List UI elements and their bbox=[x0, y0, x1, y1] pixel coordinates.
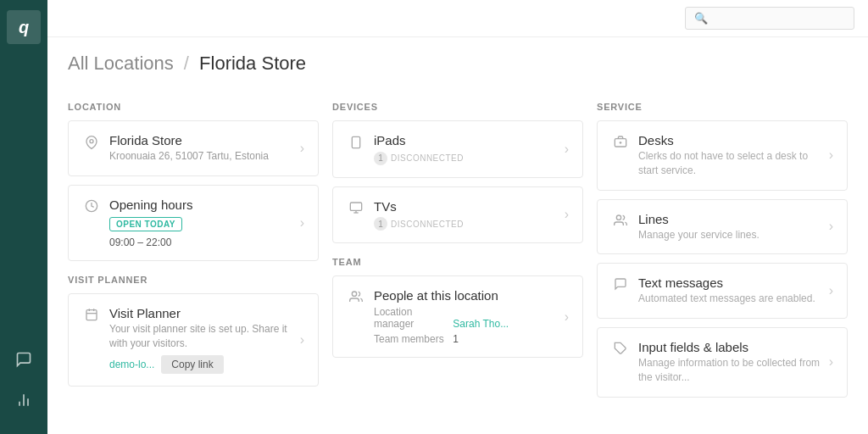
team-members-value: 1 bbox=[453, 333, 459, 345]
florida-store-content: Florida Store Kroonuaia 26, 51007 Tartu,… bbox=[109, 133, 292, 164]
breadcrumb: All Locations / Florida Store bbox=[68, 53, 848, 75]
opening-hours-title: Opening hours bbox=[109, 198, 292, 212]
sidebar-chart-icon[interactable] bbox=[7, 383, 41, 417]
sections-container: LOCATION Florida Store Kroonuaia 26, 510… bbox=[47, 88, 868, 426]
tv-icon bbox=[347, 201, 365, 219]
ipads-status: 1 DISCONNECTED bbox=[374, 152, 464, 165]
florida-store-title: Florida Store bbox=[109, 133, 292, 147]
ipads-content: iPads 1 DISCONNECTED bbox=[374, 133, 556, 165]
text-messages-icon bbox=[611, 277, 630, 295]
location-section: LOCATION Florida Store Kroonuaia 26, 510… bbox=[68, 88, 319, 406]
people-location-content: People at this location Location manager… bbox=[374, 288, 556, 345]
visit-planner-content: Visit Planner Your visit planner site is… bbox=[109, 306, 292, 375]
text-messages-desc: Automated text messages are enabled. bbox=[638, 292, 821, 306]
search-input[interactable] bbox=[685, 7, 854, 30]
visit-planner-label: VISIT PLANNER bbox=[68, 275, 319, 285]
devices-section: DEVICES iPads 1 DISCONNECTED › bbox=[332, 88, 583, 406]
opening-hours-arrow: › bbox=[300, 215, 304, 231]
input-fields-desc: Manage information to be collected from … bbox=[638, 356, 821, 385]
people-location-title: People at this location bbox=[374, 288, 556, 303]
location-manager-label: Location manager bbox=[374, 306, 450, 330]
team-members-row: Team members 1 bbox=[374, 333, 556, 345]
devices-label: DEVICES bbox=[332, 102, 583, 112]
text-messages-arrow: › bbox=[829, 283, 833, 298]
opening-hours-time: 09:00 – 22:00 bbox=[109, 236, 292, 248]
clock-icon bbox=[82, 199, 101, 217]
people-location-arrow: › bbox=[565, 309, 569, 325]
lines-title: Lines bbox=[638, 212, 821, 226]
svg-rect-5 bbox=[86, 309, 97, 320]
visit-planner-subtitle: Your visit planner site is set up. Share… bbox=[109, 322, 292, 351]
input-fields-icon bbox=[611, 342, 630, 359]
location-pin-icon bbox=[82, 135, 101, 154]
lines-card[interactable]: Lines Manage your service lines. › bbox=[597, 199, 848, 255]
lines-icon bbox=[611, 214, 630, 231]
visit-planner-title: Visit Planner bbox=[109, 306, 292, 320]
page-header: All Locations / Florida Store bbox=[47, 37, 868, 88]
input-fields-card[interactable]: Input fields & labels Manage information… bbox=[597, 327, 848, 398]
desks-title: Desks bbox=[638, 133, 821, 147]
tvs-status: 1 DISCONNECTED bbox=[374, 217, 464, 231]
visit-planner-link-row: demo-lo... Copy link bbox=[109, 355, 292, 374]
sidebar-chat-icon[interactable] bbox=[7, 342, 41, 376]
desks-card[interactable]: Desks Clerks do not have to select a des… bbox=[597, 120, 848, 191]
florida-store-arrow: › bbox=[300, 141, 304, 156]
visit-planner-arrow: › bbox=[300, 332, 304, 348]
people-icon bbox=[347, 290, 365, 308]
tvs-card[interactable]: TVs 1 DISCONNECTED › bbox=[332, 186, 583, 244]
location-manager-row: Location manager Sarah Tho... bbox=[374, 306, 556, 330]
location-label: LOCATION bbox=[68, 102, 319, 112]
input-fields-title: Input fields & labels bbox=[638, 340, 821, 354]
ipads-count: 1 bbox=[374, 152, 387, 165]
text-messages-title: Text messages bbox=[638, 275, 821, 290]
desks-desc: Clerks do not have to select a desk to s… bbox=[638, 149, 821, 178]
sections-row: LOCATION Florida Store Kroonuaia 26, 510… bbox=[68, 88, 848, 406]
sidebar: q bbox=[0, 0, 47, 434]
ipad-icon bbox=[347, 135, 365, 154]
svg-point-14 bbox=[352, 292, 356, 296]
tvs-content: TVs 1 DISCONNECTED bbox=[374, 199, 556, 231]
breadcrumb-current: Florida Store bbox=[199, 53, 306, 74]
input-fields-content: Input fields & labels Manage information… bbox=[638, 340, 821, 385]
visit-planner-card[interactable]: Visit Planner Your visit planner site is… bbox=[68, 293, 319, 387]
svg-rect-9 bbox=[352, 136, 359, 147]
service-label: SERVICE bbox=[597, 102, 848, 112]
lines-desc: Manage your service lines. bbox=[638, 228, 821, 242]
sidebar-logo[interactable]: q bbox=[7, 10, 41, 44]
svg-rect-11 bbox=[350, 203, 361, 210]
copy-link-button[interactable]: Copy link bbox=[161, 355, 223, 374]
text-messages-content: Text messages Automated text messages ar… bbox=[638, 275, 821, 306]
search-bar bbox=[47, 0, 868, 37]
open-today-badge: OPEN TODAY bbox=[109, 217, 182, 231]
tvs-title: TVs bbox=[374, 199, 556, 214]
breadcrumb-separator: / bbox=[179, 53, 194, 74]
florida-store-address: Kroonuaia 26, 51007 Tartu, Estonia bbox=[109, 149, 292, 164]
ipads-disconnected-label: DISCONNECTED bbox=[391, 153, 464, 163]
tvs-disconnected-label: DISCONNECTED bbox=[391, 220, 464, 229]
location-manager-value: Sarah Tho... bbox=[453, 318, 509, 330]
ipads-arrow: › bbox=[565, 142, 569, 157]
people-location-card[interactable]: People at this location Location manager… bbox=[332, 275, 583, 358]
svg-point-18 bbox=[616, 215, 620, 220]
demo-link[interactable]: demo-lo... bbox=[109, 359, 154, 370]
lines-arrow: › bbox=[829, 219, 833, 234]
ipads-card[interactable]: iPads 1 DISCONNECTED › bbox=[332, 120, 583, 178]
text-messages-card[interactable]: Text messages Automated text messages ar… bbox=[597, 263, 848, 319]
calendar-icon bbox=[82, 308, 101, 326]
desks-content: Desks Clerks do not have to select a des… bbox=[638, 133, 821, 178]
florida-store-card[interactable]: Florida Store Kroonuaia 26, 51007 Tartu,… bbox=[68, 120, 319, 176]
opening-hours-content: Opening hours OPEN TODAY 09:00 – 22:00 bbox=[109, 198, 292, 248]
team-members-label: Team members bbox=[374, 333, 450, 345]
opening-hours-card[interactable]: Opening hours OPEN TODAY 09:00 – 22:00 › bbox=[68, 185, 319, 261]
main-content: All Locations / Florida Store LOCATION F… bbox=[47, 0, 868, 434]
svg-point-3 bbox=[90, 140, 93, 143]
service-section: SERVICE Desks Clerks do not have to sele… bbox=[597, 88, 848, 406]
breadcrumb-parent[interactable]: All Locations bbox=[68, 53, 174, 74]
desks-icon bbox=[611, 135, 630, 153]
desks-arrow: › bbox=[829, 147, 833, 163]
input-fields-arrow: › bbox=[829, 354, 833, 370]
tvs-count: 1 bbox=[374, 217, 387, 231]
ipads-title: iPads bbox=[374, 133, 556, 147]
search-wrapper bbox=[685, 7, 854, 30]
team-label: TEAM bbox=[332, 257, 583, 267]
